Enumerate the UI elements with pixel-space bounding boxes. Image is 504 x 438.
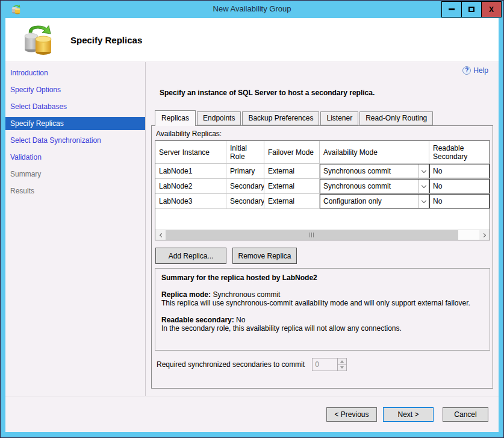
grid-header-row: Server Instance Initial Role Failover Mo…	[155, 141, 490, 164]
summary-title: Summary for the replica hosted by LabNod…	[161, 274, 484, 282]
tab-read-only-routing[interactable]: Read-Only Routing	[359, 111, 433, 125]
chevron-left-icon	[159, 233, 163, 237]
window-title: New Availability Group	[1, 4, 503, 13]
scrollbar-track[interactable]	[458, 230, 479, 240]
chevron-right-icon	[481, 233, 485, 237]
required-secondaries-row: Required synchronized secondaries to com…	[157, 358, 493, 371]
cell-failover-mode: External	[264, 179, 320, 193]
sidebar-item-specify-options[interactable]: Specify Options	[5, 83, 145, 96]
col-header-failover-mode: Failover Mode	[264, 141, 320, 163]
table-row[interactable]: LabNode3 Secondary External Configuratio…	[155, 194, 490, 209]
col-header-availability-mode: Availability Mode	[320, 141, 429, 163]
spinner-down-button[interactable]	[337, 364, 347, 372]
previous-button[interactable]: < Previous	[326, 407, 377, 422]
sidebar-item-select-databases[interactable]: Select Databases	[5, 100, 145, 113]
scrollbar-grip-icon	[310, 233, 314, 237]
table-row[interactable]: LabNode2 Secondary External Synchronous …	[155, 179, 490, 194]
sidebar-item-validation[interactable]: Validation	[5, 151, 145, 164]
titlebar[interactable]: New Availability Group X	[1, 1, 503, 18]
replicas-tab-panel: Availability Replicas: Server Instance I…	[151, 125, 493, 389]
col-header-initial-role: Initial Role	[226, 141, 264, 163]
tab-panel-wrap: Replicas Endpoints Backup Preferences Li…	[151, 110, 493, 389]
add-replica-button[interactable]: Add Replica...	[155, 248, 226, 264]
main-pane: ? Help Specify an instance of SQL Server…	[146, 62, 499, 396]
instruction-text: Specify an instance of SQL Server to hos…	[160, 89, 375, 97]
sidebar-item-summary: Summary	[5, 167, 145, 181]
help-icon: ?	[462, 66, 471, 75]
replica-mode-description: This replica will use synchronous-commit…	[161, 299, 484, 307]
wizard-footer: < Previous Next > Cancel	[5, 396, 499, 432]
cell-failover-mode: External	[264, 194, 320, 208]
wizard-header: Specify Replicas	[5, 18, 499, 62]
tab-strip: Replicas Endpoints Backup Preferences Li…	[155, 110, 493, 125]
availability-mode-dropdown[interactable]: Synchronous commit	[320, 179, 429, 193]
replica-mode-line: Replica mode: Synchronous commit	[161, 290, 484, 299]
close-icon: X	[489, 5, 494, 14]
cell-initial-role: Secondary	[226, 179, 264, 193]
sidebar-item-introduction[interactable]: Introduction	[5, 66, 145, 80]
minimize-button[interactable]	[441, 1, 462, 17]
maximize-icon	[468, 7, 474, 12]
cell-server-instance[interactable]: LabNode2	[155, 179, 226, 193]
new-availability-group-window: New Availability Group X	[0, 0, 504, 438]
col-header-server-instance: Server Instance	[155, 141, 226, 163]
readable-secondary-description: In the secondary role, this availability…	[161, 324, 484, 333]
availability-mode-dropdown[interactable]: Synchronous commit	[320, 164, 429, 178]
cell-initial-role: Primary	[226, 164, 264, 178]
chevron-down-icon[interactable]	[418, 180, 429, 193]
window-body: Specify Replicas Introduction Specify Op…	[5, 18, 499, 432]
grid-action-buttons: Add Replica... Remove Replica	[155, 248, 493, 264]
arrow-down-icon	[340, 366, 344, 369]
spinner-buttons	[337, 358, 347, 371]
tab-replicas[interactable]: Replicas	[155, 110, 196, 126]
arrow-up-icon	[340, 360, 344, 363]
horizontal-scrollbar[interactable]	[155, 230, 490, 240]
availability-replicas-grid: Server Instance Initial Role Failover Mo…	[155, 140, 490, 240]
minimize-icon	[449, 8, 455, 10]
help-link[interactable]: ? Help	[462, 66, 488, 75]
readable-secondary-dropdown[interactable]: No	[429, 194, 490, 208]
content: Introduction Specify Options Select Data…	[5, 62, 499, 396]
tab-endpoints[interactable]: Endpoints	[197, 111, 241, 125]
replica-summary-box: Summary for the replica hosted by LabNod…	[155, 268, 490, 351]
sidebar-item-results: Results	[5, 184, 145, 198]
replicas-database-icon	[22, 23, 55, 56]
page-title: Specify Replicas	[70, 35, 142, 45]
required-secondaries-label: Required synchronized secondaries to com…	[157, 360, 305, 369]
sidebar-item-select-data-synchronization[interactable]: Select Data Synchronization	[5, 134, 145, 147]
cell-failover-mode: External	[264, 164, 320, 178]
scroll-right-button[interactable]	[479, 230, 490, 240]
wizard-steps-sidebar: Introduction Specify Options Select Data…	[5, 62, 146, 396]
required-secondaries-spinner[interactable]: 0	[312, 358, 347, 371]
grid-empty-area	[155, 209, 490, 230]
cell-initial-role: Secondary	[226, 194, 264, 208]
cell-server-instance[interactable]: LabNode1	[155, 164, 226, 178]
next-button[interactable]: Next >	[383, 407, 434, 422]
table-row[interactable]: LabNode1 Primary External Synchronous co…	[155, 164, 490, 179]
readable-secondary-dropdown[interactable]: No	[429, 164, 490, 178]
spinner-value[interactable]: 0	[312, 358, 337, 371]
scrollbar-thumb[interactable]	[166, 230, 458, 240]
availability-replicas-label: Availability Replicas:	[156, 130, 493, 138]
maximize-button[interactable]	[461, 1, 482, 17]
readable-secondary-line: Readable secondary: No	[161, 316, 484, 324]
readable-secondary-dropdown[interactable]: No	[429, 179, 490, 193]
sidebar-item-specify-replicas[interactable]: Specify Replicas	[5, 117, 145, 130]
cell-server-instance[interactable]: LabNode3	[155, 194, 226, 208]
window-controls: X	[442, 1, 502, 17]
close-button[interactable]: X	[481, 1, 502, 17]
availability-mode-dropdown[interactable]: Configuration only	[320, 194, 429, 208]
scroll-left-button[interactable]	[155, 230, 166, 240]
col-header-readable-secondary: Readable Secondary	[429, 141, 490, 163]
help-label: Help	[473, 66, 488, 75]
tab-listener[interactable]: Listener	[320, 111, 358, 125]
chevron-down-icon[interactable]	[418, 195, 429, 208]
cancel-button[interactable]: Cancel	[443, 407, 488, 422]
tab-backup-preferences[interactable]: Backup Preferences	[242, 111, 319, 125]
chevron-down-icon[interactable]	[418, 164, 429, 178]
remove-replica-button[interactable]: Remove Replica	[232, 248, 297, 264]
